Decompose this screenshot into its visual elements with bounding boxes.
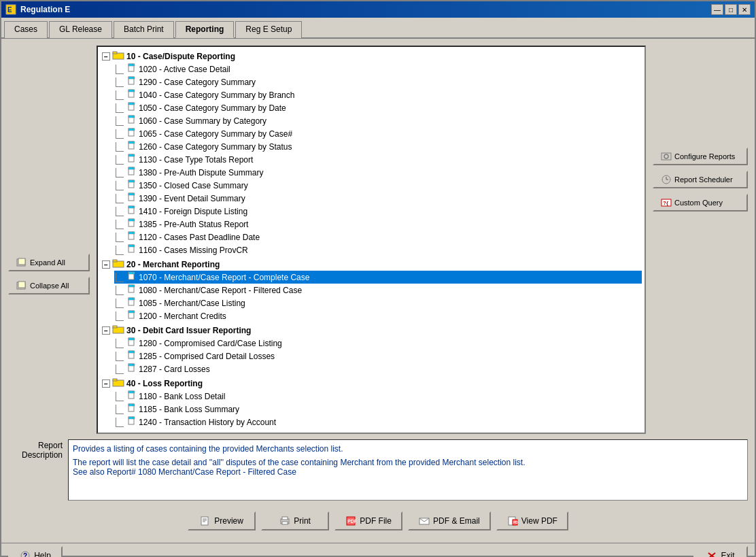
- tree-item-label: 1040 - Case Category Summary by Branch: [139, 90, 294, 100]
- svg-rect-45: [133, 219, 135, 221]
- tree-item[interactable]: 1185 - Bank Loss Summary: [114, 403, 642, 416]
- document-icon: [127, 337, 137, 349]
- svg-rect-74: [128, 351, 133, 353]
- tree-group-20[interactable]: − 20 - Merchant Reporting: [101, 258, 642, 271]
- tree-connector: [116, 311, 124, 321]
- document-icon: [127, 297, 137, 309]
- tree-item-label: 1390 - Event Detail Summary: [139, 194, 245, 203]
- tree-item[interactable]: 1070 - Merchant/Case Report - Complete C…: [114, 271, 642, 284]
- tab-reg-e-setup[interactable]: Reg E Setup: [235, 21, 302, 38]
- tree-item-label: 1280 - Compromised Card/Case Listing: [139, 339, 282, 348]
- tree-item[interactable]: 1290 - Case Category Summary: [114, 75, 642, 88]
- window-title: Regulation E: [20, 5, 70, 14]
- minimize-button[interactable]: —: [711, 4, 723, 15]
- tree-item[interactable]: 1020 - Active Case Detail: [114, 63, 642, 75]
- tree-item[interactable]: 1410 - Foreign Dispute Listing: [114, 205, 642, 218]
- tree-connector: [116, 392, 124, 401]
- maximize-button[interactable]: □: [725, 4, 737, 15]
- app-icon: E: [5, 4, 16, 15]
- tree-connector: [116, 207, 124, 216]
- svg-rect-25: [128, 129, 133, 131]
- tree-item[interactable]: 1050 - Case Category Summary by Date: [114, 101, 642, 114]
- tree-item[interactable]: 1130 - Case Type Totals Report: [114, 153, 642, 166]
- tree-item[interactable]: 1287 - Card Losses: [114, 362, 642, 375]
- svg-rect-27: [133, 141, 135, 144]
- preview-button[interactable]: Preview: [188, 511, 256, 530]
- svg-rect-62: [133, 298, 135, 300]
- svg-rect-15: [133, 90, 135, 92]
- tab-batch-print[interactable]: Batch Print: [114, 21, 174, 38]
- description-row: ReportDescription Provides a listing of …: [8, 439, 748, 501]
- tree-group-30[interactable]: − 30 - Debit Card Issuer Reporting: [101, 324, 642, 337]
- tree-item-label: 1410 - Foreign Dispute Listing: [139, 207, 247, 216]
- tree-connector: [116, 155, 124, 165]
- tab-reporting[interactable]: Reporting: [175, 21, 235, 38]
- tree-item[interactable]: 1180 - Bank Loss Detail: [114, 390, 642, 403]
- document-icon: [127, 128, 137, 139]
- print-button[interactable]: Print: [261, 511, 329, 530]
- tree-item[interactable]: 1385 - Pre-Auth Status Report: [114, 218, 642, 231]
- tree-item-label: 1240 - Transaction History by Account: [139, 418, 276, 427]
- tree-connector: [116, 246, 124, 255]
- document-icon: [127, 218, 137, 230]
- tree-item[interactable]: 1060 - Case Summary by Category: [114, 114, 642, 127]
- svg-rect-60: [128, 285, 133, 287]
- tree-item[interactable]: 1285 - Comprised Card Detail Losses: [114, 350, 642, 362]
- tree-connector: [116, 352, 124, 361]
- custom-query-button[interactable]: ?{ Custom Query: [653, 194, 748, 212]
- report-tree[interactable]: − 10 - Case/Dispute Reporting 1020 - Act…: [98, 47, 645, 433]
- tree-item-label: 1020 - Active Case Detail: [139, 65, 230, 74]
- tree-group-10[interactable]: − 10 - Case/Dispute Reporting: [101, 50, 642, 63]
- tree-item[interactable]: 1380 - Pre-Auth Dispute Summary: [114, 166, 642, 179]
- document-icon: [127, 102, 137, 114]
- tree-item[interactable]: 1085 - Merchant/Case Listing: [114, 297, 642, 309]
- tab-gl-release[interactable]: GL Release: [49, 21, 112, 38]
- right-buttons: Configure Reports Report Scheduler ?{: [653, 46, 748, 434]
- pdf-file-button[interactable]: PDF PDF File: [334, 511, 402, 530]
- tree-item[interactable]: 1040 - Case Category Summary by Branch: [114, 88, 642, 101]
- svg-text:?: ?: [23, 552, 27, 557]
- svg-rect-57: [128, 272, 133, 274]
- help-button[interactable]: ? Help: [8, 546, 63, 557]
- collapse-all-button[interactable]: Collapse All: [8, 277, 90, 294]
- tree-item[interactable]: 1065 - Case Category Summary by Case#: [114, 127, 642, 140]
- tree-connector: [116, 405, 124, 414]
- document-icon: [127, 154, 137, 165]
- tree-item[interactable]: 1160 - Cases Missing ProvCR: [114, 243, 642, 256]
- tree-group-40[interactable]: − 40 - Loss Reporting: [101, 377, 642, 390]
- exit-button[interactable]: Exit: [693, 546, 748, 557]
- view-pdf-button[interactable]: PDF View PDF: [496, 511, 568, 530]
- tree-item[interactable]: 1260 - Case Category Summary by Status: [114, 140, 642, 153]
- tree-item-label: 1285 - Comprised Card Detail Losses: [139, 352, 275, 361]
- configure-reports-button[interactable]: Configure Reports: [653, 148, 748, 165]
- svg-rect-51: [133, 245, 135, 247]
- document-icon: [127, 416, 137, 428]
- svg-rect-28: [128, 141, 133, 144]
- tree-item[interactable]: 1390 - Event Detail Summary: [114, 192, 642, 205]
- content-area: Expand All Collapse All − 10 - Case/Disp…: [1, 39, 755, 543]
- tree-item[interactable]: 1280 - Compromised Card/Case Listing: [114, 337, 642, 350]
- tree-item[interactable]: 1240 - Transaction History by Account: [114, 416, 642, 428]
- main-window: E Regulation E — □ ✕ Cases GL Release Ba…: [0, 0, 756, 557]
- document-icon: [127, 403, 137, 415]
- close-button[interactable]: ✕: [738, 4, 751, 15]
- tree-item[interactable]: 1080 - Merchant/Case Report - Filtered C…: [114, 284, 642, 297]
- svg-rect-52: [128, 245, 133, 247]
- svg-rect-82: [128, 391, 133, 393]
- expand-all-button[interactable]: Expand All: [8, 254, 90, 271]
- tree-item[interactable]: 1200 - Merchant Credits: [114, 309, 642, 322]
- tab-cases[interactable]: Cases: [4, 21, 48, 38]
- svg-text:E: E: [7, 6, 12, 14]
- tree-connector: [116, 339, 124, 348]
- report-scheduler-button[interactable]: Report Scheduler: [653, 171, 748, 188]
- svg-rect-102: [282, 522, 288, 524]
- pdf-email-button[interactable]: PDF & Email: [408, 511, 491, 530]
- svg-rect-9: [133, 64, 135, 66]
- tree-group-label-10: 10 - Case/Dispute Reporting: [126, 52, 235, 61]
- tree-item[interactable]: 1350 - Closed Case Summary: [114, 179, 642, 192]
- tree-connector: [116, 220, 124, 229]
- svg-rect-70: [133, 338, 135, 340]
- tree-item[interactable]: 1120 - Cases Past Deadline Date: [114, 231, 642, 243]
- tree-item-label: 1260 - Case Category Summary by Status: [139, 142, 292, 152]
- document-icon: [127, 231, 137, 243]
